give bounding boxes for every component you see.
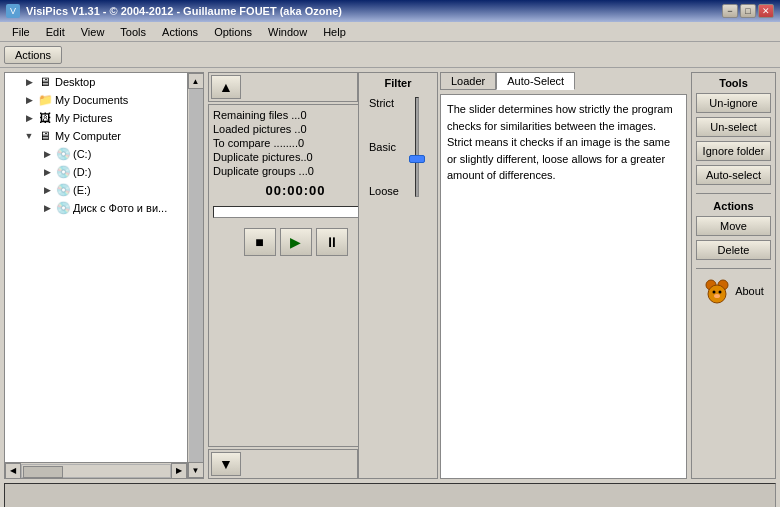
menu-tools[interactable]: Tools [112, 24, 154, 40]
filter-panel: Filter Strict Basic Loose [358, 72, 438, 479]
divider-2 [696, 268, 771, 269]
minimize-button[interactable]: − [722, 4, 738, 18]
desktop-icon: 🖥 [37, 74, 53, 90]
menu-view[interactable]: View [73, 24, 113, 40]
tree-hscroll-left-btn[interactable]: ◀ [5, 463, 21, 479]
duplicate-groups: Duplicate groups ...0 [213, 165, 378, 177]
tree-item-d[interactable]: ▶ 💿 (D:) [5, 163, 187, 181]
tree-expand-e[interactable]: ▶ [39, 182, 55, 198]
actions-section-title: Actions [696, 200, 771, 212]
tree-scroll-up-btn[interactable]: ▲ [188, 73, 204, 89]
filter-slider-track-container [407, 97, 427, 197]
tree-scroll-track [189, 89, 203, 462]
time-display: 00:00:00 [213, 183, 378, 198]
menu-actions[interactable]: Actions [154, 24, 206, 40]
nav-buttons-top: ▲ [208, 72, 358, 102]
close-button[interactable]: ✕ [758, 4, 774, 18]
menu-bar: File Edit View Tools Actions Options Win… [0, 22, 780, 42]
toolbar-actions-button[interactable]: Actions [4, 46, 62, 64]
file-tree-panel: ▶ 🖥 Desktop ▶ 📁 My Documents ▶ 🖼 My Pict… [4, 72, 204, 479]
tree-hscroll-track [21, 464, 171, 478]
mycomputer-icon: 🖥 [37, 128, 53, 144]
menu-help[interactable]: Help [315, 24, 354, 40]
tree-label-desktop: Desktop [55, 76, 95, 88]
nav-buttons-bottom: ▼ [208, 449, 358, 479]
about-button[interactable]: About [696, 277, 771, 305]
main-container: ▶ 🖥 Desktop ▶ 📁 My Documents ▶ 🖼 My Pict… [0, 68, 780, 483]
menu-options[interactable]: Options [206, 24, 260, 40]
title-bar: V VisiPics V1.31 - © 2004-2012 - Guillau… [0, 0, 780, 22]
tree-expand-c[interactable]: ▶ [39, 146, 55, 162]
preview-area [4, 483, 776, 507]
tree-expand-mycomputer[interactable]: ▼ [21, 128, 37, 144]
filter-slider-thumb[interactable] [409, 155, 425, 163]
tree-label-mydocs: My Documents [55, 94, 128, 106]
tree-hscrollbar: ◀ ▶ [5, 462, 187, 478]
auto-select-button[interactable]: Auto-select [696, 165, 771, 185]
play-button[interactable]: ▶ [280, 228, 312, 256]
svg-point-3 [713, 291, 716, 294]
unignore-button[interactable]: Un-ignore [696, 93, 771, 113]
tree-expand-mypics[interactable]: ▶ [21, 110, 37, 126]
ignore-folder-button[interactable]: Ignore folder [696, 141, 771, 161]
tools-section-title: Tools [696, 77, 771, 89]
loader-panel-container: Loader Auto-Select The slider determines… [440, 72, 687, 479]
mypics-icon: 🖼 [37, 110, 53, 126]
loader-tabs: Loader Auto-Select [440, 72, 687, 90]
drive-d-icon: 💿 [55, 164, 71, 180]
divider-1 [696, 193, 771, 194]
loader-content-text: The slider determines how strictly the p… [440, 94, 687, 479]
tree-label-photo: Диск с Фото и ви... [73, 202, 167, 214]
stop-button[interactable]: ■ [244, 228, 276, 256]
tree-label-mycomputer: My Computer [55, 130, 121, 142]
tree-label-d: (D:) [73, 166, 91, 178]
move-button[interactable]: Move [696, 216, 771, 236]
svg-point-4 [719, 291, 722, 294]
about-label: About [735, 285, 764, 297]
info-panel: Remaining files ...0 Loaded pictures ..0… [208, 104, 383, 447]
tree-scroll-down-btn[interactable]: ▼ [188, 462, 204, 478]
menu-window[interactable]: Window [260, 24, 315, 40]
tree-hscroll-right-btn[interactable]: ▶ [171, 463, 187, 479]
tree-item-photo[interactable]: ▶ 💿 Диск с Фото и ви... [5, 199, 187, 217]
menu-file[interactable]: File [4, 24, 38, 40]
drive-e-icon: 💿 [55, 182, 71, 198]
loaded-pictures: Loaded pictures ..0 [213, 123, 378, 135]
delete-button[interactable]: Delete [696, 240, 771, 260]
tree-item-mypics[interactable]: ▶ 🖼 My Pictures [5, 109, 187, 127]
maximize-button[interactable]: □ [740, 4, 756, 18]
tab-loader[interactable]: Loader [440, 72, 496, 90]
menu-edit[interactable]: Edit [38, 24, 73, 40]
scroll-down-btn[interactable]: ▼ [211, 452, 241, 476]
filter-slider-track [415, 97, 419, 197]
unselect-button[interactable]: Un-select [696, 117, 771, 137]
right-tools-panel: Tools Un-ignore Un-select Ignore folder … [691, 72, 776, 479]
filter-basic-label: Basic [369, 141, 399, 153]
toolbar: Actions [0, 42, 780, 68]
tree-expand-photo[interactable]: ▶ [39, 200, 55, 216]
tree-label-e: (E:) [73, 184, 91, 196]
tree-item-desktop[interactable]: ▶ 🖥 Desktop [5, 73, 187, 91]
pause-button[interactable]: ⏸ [316, 228, 348, 256]
tree-item-mycomputer[interactable]: ▼ 🖥 My Computer [5, 127, 187, 145]
filter-slider-area: Strict Basic Loose [369, 93, 427, 474]
tree-item-e[interactable]: ▶ 💿 (E:) [5, 181, 187, 199]
filter-loose-label: Loose [369, 185, 399, 197]
tree-hscroll-thumb[interactable] [23, 466, 63, 478]
tree-item-c[interactable]: ▶ 💿 (C:) [5, 145, 187, 163]
tree-expand-mydocs[interactable]: ▶ [21, 92, 37, 108]
progress-bar [213, 206, 378, 218]
remaining-files: Remaining files ...0 [213, 109, 378, 121]
tree-expand-desktop[interactable]: ▶ [21, 74, 37, 90]
info-nav-panel: ▲ Remaining files ...0 Loaded pictures .… [208, 72, 358, 479]
scroll-up-btn[interactable]: ▲ [211, 75, 241, 99]
tree-label-mypics: My Pictures [55, 112, 112, 124]
to-compare: To compare ........0 [213, 137, 378, 149]
tree-label-c: (C:) [73, 148, 91, 160]
tree-vscrollbar: ▲ ▼ [187, 73, 203, 478]
filter-labels: Strict Basic Loose [369, 97, 399, 197]
app-icon: V [6, 4, 20, 18]
tab-auto-select[interactable]: Auto-Select [496, 72, 575, 90]
tree-item-mydocs[interactable]: ▶ 📁 My Documents [5, 91, 187, 109]
tree-expand-d[interactable]: ▶ [39, 164, 55, 180]
